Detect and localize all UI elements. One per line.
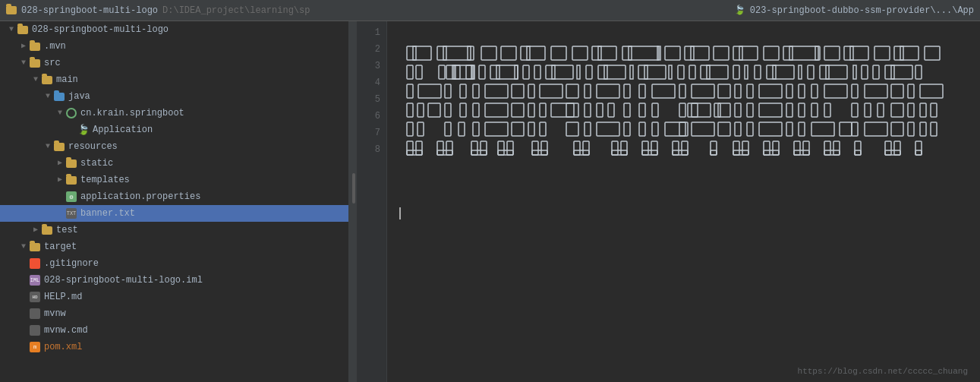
- svg-rect-90: [652, 84, 675, 98]
- svg-rect-9: [551, 46, 566, 60]
- svg-rect-23: [783, 46, 820, 60]
- tree-item-static[interactable]: static: [0, 155, 348, 172]
- svg-rect-211: [794, 150, 809, 155]
- svg-rect-44: [515, 65, 518, 79]
- svg-rect-115: [585, 103, 591, 117]
- tree-item-src[interactable]: src: [0, 55, 348, 71]
- tree-item-pom[interactable]: m pom.xml: [0, 339, 348, 355]
- tree-item-package[interactable]: cn.krain.springboot: [0, 105, 348, 122]
- git-icon: [29, 257, 41, 270]
- tree-item-mvnwcmd[interactable]: mvnw.cmd: [0, 322, 348, 339]
- title-bar-left: 028-springboot-multi-logo D:\IDEA_projec…: [6, 5, 734, 16]
- svg-rect-176: [407, 150, 422, 155]
- svg-rect-88: [624, 84, 630, 98]
- svg-rect-202: [711, 141, 717, 155]
- tree-item-banner[interactable]: TXT banner.txt: [0, 205, 348, 222]
- svg-rect-123: [747, 103, 753, 117]
- tree-item-gitignore[interactable]: .gitignore: [0, 255, 348, 272]
- svg-rect-151: [540, 122, 546, 136]
- svg-rect-120: [692, 103, 698, 117]
- file-tree-sidebar[interactable]: 028-springboot-multi-logo .mvn src main …: [0, 21, 349, 382]
- svg-rect-117: [624, 103, 630, 117]
- svg-rect-27: [844, 46, 868, 60]
- tree-item-java[interactable]: java: [0, 88, 348, 105]
- svg-rect-220: [894, 141, 900, 155]
- svg-rect-21: [739, 46, 742, 60]
- label-java: java: [68, 91, 90, 102]
- svg-rect-76: [407, 84, 413, 98]
- tree-item-appprops[interactable]: ⚙ application.properties: [0, 188, 348, 205]
- svg-rect-212: [803, 141, 809, 155]
- svg-rect-169: [852, 122, 858, 136]
- svg-rect-79: [460, 84, 466, 98]
- svg-rect-43: [496, 65, 499, 79]
- tree-item-main[interactable]: main: [0, 71, 348, 88]
- tree-item-mvn[interactable]: .mvn: [0, 38, 348, 55]
- editor-area[interactable]: 1 2 3 4 5 6 7 8: [357, 21, 980, 382]
- line-7: 7: [357, 125, 386, 141]
- folder-icon-java: [53, 90, 65, 103]
- line-6: 6: [357, 108, 386, 125]
- tree-item-iml[interactable]: IML 028-springboot-multi-logo.iml: [0, 272, 348, 289]
- svg-rect-134: [608, 103, 614, 117]
- svg-rect-60: [707, 65, 710, 79]
- label-appprops: application.properties: [80, 191, 200, 202]
- tree-item-test[interactable]: test: [0, 222, 348, 238]
- svg-rect-16: [665, 46, 680, 60]
- svg-rect-164: [759, 122, 782, 136]
- arrow-java: [43, 91, 53, 102]
- svg-rect-103: [891, 84, 903, 98]
- editor-content[interactable]: https://blog.csdn.net/ccccc_chuang: [387, 21, 980, 382]
- svg-rect-1: [413, 46, 416, 60]
- svg-rect-46: [534, 65, 540, 79]
- svg-rect-196: [642, 141, 648, 155]
- tree-item-mvnw[interactable]: mvnw: [0, 305, 348, 322]
- svg-rect-146: [458, 122, 465, 136]
- svg-rect-55: [644, 65, 648, 79]
- tree-item-templates[interactable]: templates: [0, 172, 348, 188]
- svg-rect-105: [920, 84, 943, 98]
- label-mvnwcmd: mvnw.cmd: [44, 325, 88, 336]
- svg-rect-99: [811, 84, 818, 98]
- svg-rect-188: [532, 150, 547, 155]
- svg-rect-110: [460, 103, 466, 117]
- svg-rect-184: [498, 141, 504, 155]
- svg-rect-112: [528, 103, 534, 117]
- tree-item-resources[interactable]: resources: [0, 138, 348, 155]
- svg-rect-186: [507, 141, 513, 155]
- svg-rect-199: [673, 141, 679, 155]
- label-application: Application: [93, 125, 153, 135]
- svg-rect-45: [523, 65, 529, 79]
- tree-item-application[interactable]: 🍃 Application: [0, 122, 348, 138]
- xml-icon: m: [29, 341, 41, 353]
- label-main: main: [56, 74, 78, 85]
- project-folder-icon: [6, 6, 17, 14]
- svg-rect-18: [691, 46, 694, 60]
- svg-rect-41: [479, 65, 485, 79]
- svg-rect-119: [679, 103, 685, 117]
- svg-rect-6: [501, 46, 516, 60]
- folder-icon-src: [29, 57, 41, 69]
- resize-gutter[interactable]: [349, 21, 357, 382]
- label-root: 028-springboot-multi-logo: [32, 24, 169, 35]
- svg-rect-144: [418, 122, 424, 136]
- project-name: 028-springboot-multi-logo: [21, 5, 158, 16]
- svg-rect-214: [824, 150, 840, 155]
- svg-rect-118: [639, 103, 645, 117]
- svg-rect-78: [445, 84, 451, 98]
- tree-item-target[interactable]: target: [0, 238, 348, 255]
- svg-rect-200: [673, 150, 688, 155]
- svg-rect-66: [799, 65, 802, 79]
- svg-rect-51: [598, 65, 625, 79]
- right-panel: 1 2 3 4 5 6 7 8: [357, 21, 980, 382]
- iml-icon: IML: [29, 274, 41, 286]
- project-path: D:\IDEA_project\learning\sp: [162, 5, 310, 16]
- svg-rect-221: [915, 141, 922, 155]
- tree-item-root[interactable]: 028-springboot-multi-logo: [0, 21, 348, 38]
- line-5: 5: [357, 91, 386, 108]
- svg-rect-24: [789, 46, 793, 60]
- svg-rect-86: [585, 84, 591, 98]
- svg-rect-3: [443, 46, 446, 60]
- svg-rect-149: [512, 122, 524, 136]
- tree-item-help[interactable]: HD HELP.md: [0, 289, 348, 305]
